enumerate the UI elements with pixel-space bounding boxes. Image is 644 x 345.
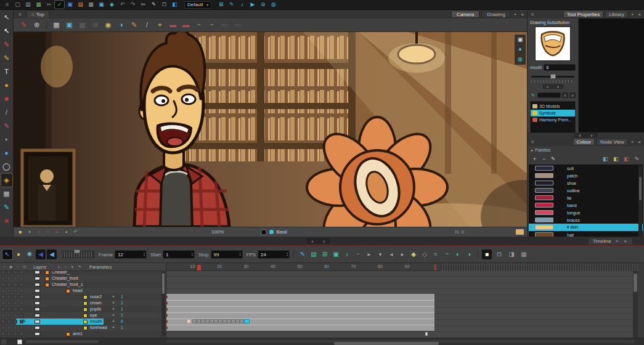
open-scene-icon[interactable]: ▤ [23, 1, 33, 9]
layer-toggle-1[interactable] [7, 314, 11, 317]
prev-frame-icon[interactable]: ◂ [386, 250, 396, 259]
colour-chip[interactable] [535, 195, 553, 200]
collapse-down-icon[interactable]: ∨ [586, 133, 597, 137]
pencil-icon[interactable]: ✎ [298, 250, 308, 259]
library-folder-harmony-prem-[interactable]: Harmony Prem... [531, 116, 575, 123]
smooth-icon[interactable]: ~ [194, 20, 204, 30]
polyline-tool[interactable]: ✎ [1, 201, 12, 214]
stop-button[interactable]: ■ [482, 250, 492, 259]
menu-icon[interactable]: ≡ [2, 1, 12, 9]
swatch-row-shoe[interactable]: shoe [529, 179, 643, 187]
add-sound-icon[interactable]: ♪ [342, 250, 352, 259]
add-parameter-icon[interactable]: + [112, 313, 115, 317]
layers-scrollbar[interactable] [161, 272, 165, 336]
tab-camera[interactable]: Camera [451, 10, 479, 18]
xsheet-icon[interactable]: ✎ [227, 1, 236, 9]
layer-toggle-2[interactable] [14, 320, 17, 323]
brush-icon[interactable]: ✎ [633, 155, 641, 163]
layer-toggle-0[interactable] [1, 326, 5, 330]
layer-toggle-3[interactable] [20, 332, 23, 336]
disabled-icon-1[interactable]: ▩ [77, 20, 88, 30]
scene-end-marker[interactable] [434, 264, 436, 270]
undo-icon[interactable]: ↶ [118, 1, 127, 9]
layer-row-forehead[interactable]: forehead+1 [0, 325, 166, 331]
add-peg-icon[interactable]: ⊞ [320, 250, 330, 259]
layer-toggle-1[interactable] [7, 320, 11, 323]
layer-colour-chip[interactable] [35, 320, 40, 323]
layer-row-cheater-front[interactable]: Cheater_front [0, 275, 166, 282]
add-drawing-layer-icon[interactable]: ▤ [309, 250, 319, 259]
colour-circle-icon[interactable] [261, 229, 267, 235]
line-mode-icon[interactable]: / [142, 20, 152, 30]
swatch-column-icon[interactable]: □ [22, 264, 27, 270]
paint-bucket-red-icon[interactable]: ◧ [622, 155, 630, 163]
colour-chip[interactable] [535, 203, 553, 208]
transform-tool[interactable]: ↖ [1, 25, 12, 38]
paint-icon[interactable]: ◆ [107, 1, 116, 9]
timeline-corner-button[interactable] [1, 339, 6, 344]
eraser-tool[interactable]: ■ [1, 92, 12, 105]
timeline-zoom-handle[interactable] [17, 339, 22, 344]
add-parameter-icon[interactable]: + [112, 319, 115, 323]
add-layer-icon[interactable]: + [56, 264, 62, 270]
panel-menu-icon[interactable]: ≡ [15, 10, 25, 18]
marker-icon[interactable]: ✎ [18, 20, 29, 30]
add-parameter-icon[interactable]: + [112, 307, 115, 311]
redo-icon[interactable]: ↷ [128, 1, 137, 9]
reset-icon[interactable]: ↶ [72, 229, 79, 235]
drawing-substitution-value[interactable]: 6 [121, 319, 123, 323]
layer-toggle-3[interactable] [20, 307, 23, 311]
layer-toggle-2[interactable] [14, 289, 17, 293]
save-icon[interactable]: ▦ [34, 1, 43, 9]
lock-column-icon[interactable]: ▫ [15, 264, 20, 270]
sound-icon[interactable]: ♪ [237, 1, 247, 9]
layer-toggle-0[interactable] [1, 314, 5, 317]
colour-chip[interactable] [535, 173, 553, 178]
mouth-key-cell[interactable] [197, 319, 201, 323]
delete-layer-icon[interactable]: − [63, 264, 68, 270]
camera-view[interactable]: ▣●◍ [14, 32, 527, 227]
refresh-icon[interactable]: ↷ [76, 264, 82, 270]
library-search-input[interactable] [537, 92, 561, 98]
swatch-row-braces[interactable]: braces [529, 216, 643, 224]
brush-icon[interactable]: ✎ [149, 1, 158, 9]
layer-colour-chip[interactable] [35, 289, 40, 293]
colour-chip[interactable] [535, 210, 553, 215]
layer-toggle-1[interactable] [7, 301, 11, 305]
library-edit-icon[interactable]: ✎ [530, 92, 536, 98]
onion-before-icon[interactable]: ◐ [453, 250, 463, 259]
tab-timeline[interactable]: Timeline + × [588, 237, 633, 245]
split-view-button[interactable]: ◨ [507, 250, 516, 259]
show-selection-icon[interactable]: ▫ [1, 264, 7, 270]
layer-toggle-3[interactable] [20, 295, 23, 299]
swatch-row-tongue[interactable]: tongue [529, 209, 643, 216]
field-value-input[interactable]: 99 [211, 250, 243, 259]
colour-chip[interactable] [535, 217, 553, 222]
frames-hscrollbar[interactable] [166, 340, 635, 343]
add-keyframe-icon[interactable]: ◆ [409, 250, 418, 259]
add-parameter-icon[interactable]: + [112, 294, 115, 299]
grid-button[interactable]: ▦ [519, 250, 529, 259]
pencil-tool[interactable]: ✎ [1, 52, 12, 65]
ease-icon[interactable]: ~ [442, 250, 452, 259]
library-sort-dropdown[interactable]: ▾ [569, 92, 576, 98]
collapse-down-icon[interactable]: ∨ [319, 238, 330, 243]
layer-row-cheater-[interactable]: Cheater_ [0, 271, 166, 275]
transform-icon[interactable]: ⊚ [258, 1, 267, 9]
library-items-view[interactable] [578, 18, 644, 132]
frames-scrollbar[interactable] [633, 271, 638, 338]
mouth-key-cell[interactable] [214, 319, 218, 323]
layer-toggle-0[interactable] [1, 307, 5, 311]
annotation-icon[interactable]: ● [516, 46, 524, 54]
layer-toggle-3[interactable] [20, 326, 23, 330]
library-filter-dropdown[interactable]: ▾ [562, 92, 568, 98]
layer-toggle-3[interactable] [20, 289, 23, 293]
library-folder-symbols[interactable]: Symbols [531, 110, 575, 116]
flatten-icon[interactable]: ▬ [168, 20, 178, 30]
layer-toggle-0[interactable] [1, 301, 5, 305]
drawing-substitution-value[interactable]: 1 [121, 294, 123, 299]
mouth-key-cell[interactable] [205, 319, 210, 323]
collapse-up-icon[interactable]: ∧ [543, 84, 553, 89]
layer-toggle-0[interactable] [1, 320, 5, 323]
tab-drawing[interactable]: Drawing [481, 10, 510, 18]
